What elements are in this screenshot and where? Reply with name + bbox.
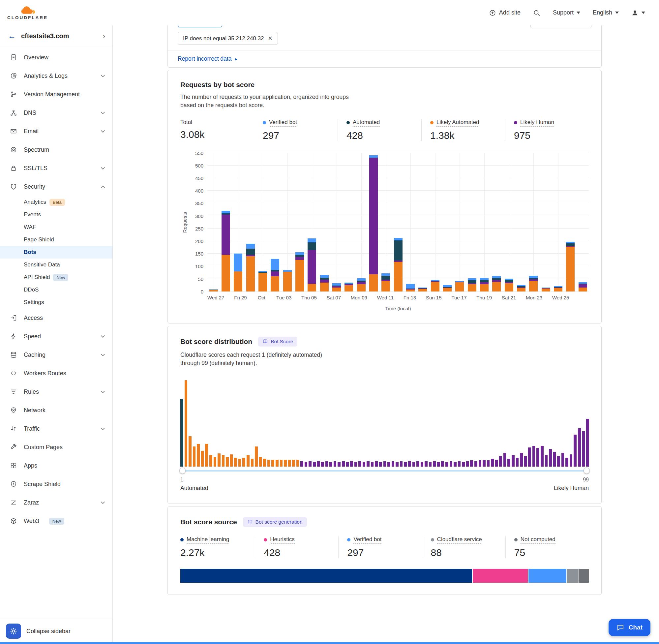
histogram-bar — [189, 436, 191, 466]
sidebar-item-caching[interactable]: Caching — [0, 346, 112, 364]
score-range-slider[interactable] — [180, 467, 589, 474]
stat-not-computed: Not computed75 — [505, 536, 589, 558]
remove-filter-icon[interactable]: ✕ — [268, 35, 272, 42]
sidebar-item-scrape-shield[interactable]: Scrape Shield — [0, 475, 112, 493]
slider-handle-min[interactable] — [179, 467, 186, 474]
bar-segment-verified-bot — [308, 238, 316, 242]
x-tick-label — [492, 295, 502, 300]
back-arrow-icon[interactable]: ← — [8, 32, 16, 40]
slider-handle-max[interactable] — [584, 467, 590, 474]
sidebar-item-version-management[interactable]: Version Management — [0, 85, 112, 104]
bar-segment-likely-human — [320, 280, 329, 282]
chevron-down-icon — [100, 335, 105, 338]
sidebar-item-rules[interactable]: Rules — [0, 383, 112, 401]
chart-bar — [431, 280, 440, 292]
sidebar-footer: Collapse sidebar — [0, 619, 112, 644]
bar-segment-likely-automated — [381, 281, 390, 292]
collapse-sidebar-button[interactable]: Collapse sidebar — [26, 628, 71, 635]
sidebar-item-settings[interactable]: Settings — [0, 296, 112, 309]
sidebar-item-sensitive-data[interactable]: Sensitive Data — [0, 258, 112, 271]
sidebar-item-analytics-logs[interactable]: Analytics & Logs — [0, 67, 112, 85]
bar-segment-likely-human — [308, 250, 316, 284]
sidebar-item-speed[interactable]: Speed — [0, 327, 112, 346]
sidebar-subitem-label: DDoS — [24, 286, 39, 293]
sidebar-item-workers-routes[interactable]: Workers Routes — [0, 364, 112, 383]
sidebar-item-events[interactable]: Events — [0, 208, 112, 221]
stat-label: Likely Automated — [437, 119, 479, 127]
stat-value: 428 — [264, 547, 332, 558]
x-tick-label — [394, 295, 403, 300]
x-tick-label — [416, 295, 426, 300]
bar-segment-verified-bot — [221, 211, 230, 213]
sidebar-item-zaraz[interactable]: Zaraz — [0, 493, 112, 512]
add-site-button[interactable]: Add site — [489, 9, 521, 17]
bar-segment-likely-automated — [529, 281, 538, 292]
y-tick-label: 200 — [195, 238, 204, 244]
support-menu[interactable]: Support — [553, 9, 580, 16]
sidebar-item-overview[interactable]: Overview — [0, 48, 112, 67]
sidebar-item-apps[interactable]: Apps — [0, 456, 112, 475]
sidebar-item-ssl-tls[interactable]: SSL/TLS — [0, 159, 112, 178]
requests-chart-xlabels: Wed 27Fri 29OctTue 03Thu 05Sat 07Mon 09W… — [207, 295, 589, 300]
histogram-bar — [425, 461, 428, 466]
sidebar-item-page-shield[interactable]: Page Shield — [0, 233, 112, 246]
sidebar-item-bots[interactable]: Bots — [0, 246, 112, 258]
x-tick-label — [569, 295, 579, 300]
bar-segment-likely-automated — [517, 288, 525, 292]
sidebar-item-spectrum[interactable]: Spectrum — [0, 140, 112, 159]
x-tick-label — [467, 295, 477, 300]
histogram-bar — [193, 446, 196, 466]
sidebar-item-web3[interactable]: Web3New — [0, 512, 112, 530]
stat-verified-bot: Verified bot297 — [338, 536, 422, 558]
chart-bar — [455, 281, 464, 291]
filter-chip[interactable]: IP does not equal 35.212.240.32 ✕ — [178, 32, 278, 45]
chart-bar-slot — [552, 153, 564, 292]
histogram-bar — [337, 462, 340, 466]
report-incorrect-data-link[interactable]: Report incorrect data ▸ — [178, 55, 237, 62]
x-tick-label — [341, 295, 351, 300]
search-icon[interactable] — [533, 9, 540, 17]
histogram-bar — [578, 428, 581, 466]
histogram-bar — [470, 460, 473, 466]
sidebar-item-label: Version Management — [24, 91, 80, 98]
bot-score-generation-badge[interactable]: Bot score generation — [243, 517, 307, 527]
requests-chart-yaxis: 050100150200250300350400450500550 — [189, 153, 204, 292]
stat-likely-automated: Likely Automated1.38k — [421, 119, 505, 141]
settings-gear-button[interactable] — [6, 624, 21, 639]
site-expander-icon[interactable]: › — [103, 32, 105, 40]
histogram-bar — [230, 454, 233, 466]
histogram-bar — [413, 462, 415, 466]
sidebar-item-email[interactable]: Email — [0, 122, 112, 140]
shield-icon — [10, 183, 17, 190]
x-tick-label — [291, 295, 301, 300]
chart-bar-slot — [219, 153, 232, 292]
sidebar-item-traffic[interactable]: Traffic — [0, 419, 112, 438]
chart-bar-slot — [244, 153, 257, 292]
chat-button[interactable]: Chat — [609, 619, 651, 636]
bar-segment-automated — [394, 240, 402, 260]
sidebar-item-access[interactable]: Access — [0, 309, 112, 327]
sidebar-item-analytics[interactable]: AnalyticsBeta — [0, 196, 112, 208]
sidebar-item-security[interactable]: Security — [0, 178, 112, 196]
histogram-bar — [557, 456, 560, 466]
bot-score-badge[interactable]: Bot Score — [258, 337, 297, 347]
x-tick-label — [224, 295, 234, 300]
x-tick-label: Thu 05 — [301, 295, 317, 300]
cloudflare-logo[interactable]: CLOUDFLARE — [7, 5, 48, 20]
account-menu[interactable] — [631, 9, 645, 17]
chevron-down-icon — [615, 12, 619, 14]
bar-segment-likely-automated — [320, 282, 329, 292]
chart-bar — [480, 278, 489, 292]
x-tick-label: Fri 29 — [234, 295, 246, 300]
sidebar-item-api-shield[interactable]: API ShieldNew — [0, 271, 112, 283]
sidebar-item-waf[interactable]: WAF — [0, 221, 112, 233]
vertical-gridline — [460, 153, 460, 292]
vertical-gridline — [386, 153, 386, 292]
sidebar-item-network[interactable]: Network — [0, 401, 112, 419]
sidebar-item-dns[interactable]: DNS — [0, 104, 112, 122]
histogram-bar — [483, 460, 486, 466]
histogram-bar — [346, 462, 349, 466]
language-menu[interactable]: English — [593, 9, 619, 16]
sidebar-item-custom-pages[interactable]: Custom Pages — [0, 438, 112, 456]
sidebar-item-ddos[interactable]: DDoS — [0, 283, 112, 296]
